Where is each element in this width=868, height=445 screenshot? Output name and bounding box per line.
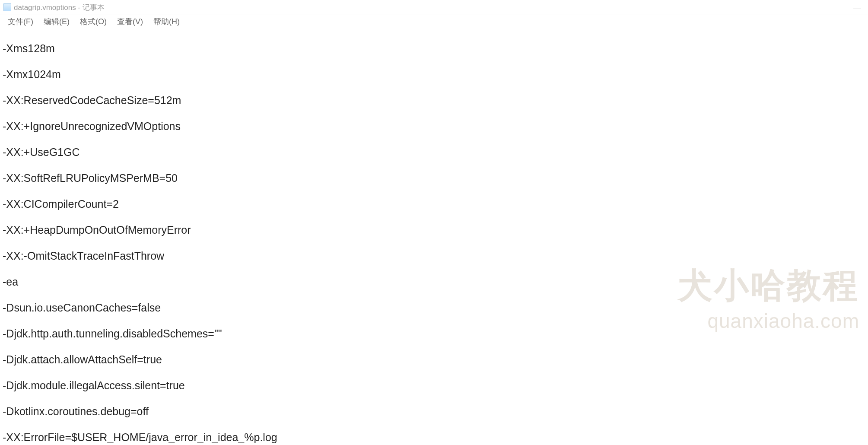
title-appname: 记事本 — [83, 3, 105, 12]
window-controls: — — [853, 3, 865, 12]
titlebar[interactable]: datagrip.vmoptions - 记事本 — — [0, 0, 868, 15]
minimize-button[interactable]: — — [853, 3, 861, 12]
menu-edit[interactable]: 编辑(E) — [38, 16, 75, 28]
content-line: -Xms128m — [3, 42, 865, 55]
menubar: 文件(F) 编辑(E) 格式(O) 查看(V) 帮助(H) — [0, 15, 868, 28]
content-line: -XX:ErrorFile=$USER_HOME/java_error_in_i… — [3, 431, 865, 444]
notepad-window: datagrip.vmoptions - 记事本 — 文件(F) 编辑(E) 格… — [0, 0, 868, 445]
window-title: datagrip.vmoptions - 记事本 — [14, 3, 105, 13]
content-line: -XX:ReservedCodeCacheSize=512m — [3, 94, 865, 107]
menu-view[interactable]: 查看(V) — [112, 16, 148, 28]
menu-help[interactable]: 帮助(H) — [148, 16, 185, 28]
content-line: -Xmx1024m — [3, 68, 865, 81]
content-line: -Dkotlinx.coroutines.debug=off — [3, 405, 865, 418]
watermark-url: quanxiaoha.com — [678, 309, 859, 333]
content-line: -Djdk.attach.allowAttachSelf=true — [3, 353, 865, 366]
title-filename: datagrip.vmoptions — [14, 3, 76, 12]
content-line: -XX:+HeapDumpOnOutOfMemoryError — [3, 223, 865, 236]
content-line: -XX:SoftRefLRUPolicyMSPerMB=50 — [3, 172, 865, 184]
content-line: -XX:+UseG1GC — [3, 146, 865, 159]
content-line: -XX:-OmitStackTraceInFastThrow — [3, 249, 865, 262]
watermark: 犬小哈教程 quanxiaoha.com — [678, 263, 859, 333]
notepad-app-icon — [3, 3, 11, 11]
menu-file[interactable]: 文件(F) — [3, 16, 38, 28]
title-separator: - — [76, 3, 83, 12]
menu-format[interactable]: 格式(O) — [75, 16, 112, 28]
watermark-title: 犬小哈教程 — [678, 263, 859, 309]
content-line: -XX:CICompilerCount=2 — [3, 197, 865, 210]
content-line: -Djdk.module.illegalAccess.silent=true — [3, 379, 865, 392]
editor-content[interactable]: -Xms128m -Xmx1024m -XX:ReservedCodeCache… — [0, 28, 868, 445]
content-line: -XX:+IgnoreUnrecognizedVMOptions — [3, 120, 865, 133]
